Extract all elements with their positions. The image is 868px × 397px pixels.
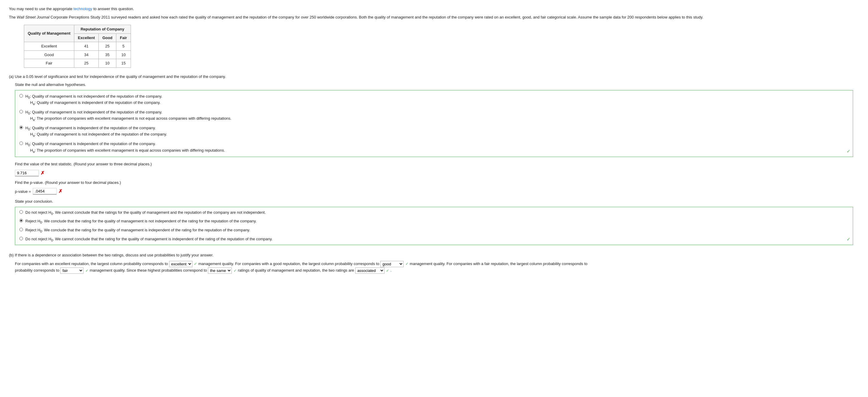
radio-dot xyxy=(20,219,23,222)
journal-name: Wall Street Journal xyxy=(17,15,50,20)
part-b-text-mid3: management quality. Since these highest … xyxy=(90,268,207,273)
ha-text: Ha: Quality of management is not indepen… xyxy=(25,131,848,138)
contingency-table: Quality of Management Reputation of Comp… xyxy=(24,25,131,68)
state-hypotheses-label: State the null and alternative hypothese… xyxy=(15,82,859,88)
hypothesis-text: H0: Quality of management is not indepen… xyxy=(25,93,848,106)
test-stat-row: 9.716 ✗ xyxy=(15,170,853,177)
table-row: Fair251015 xyxy=(24,59,131,68)
cell-value: 10 xyxy=(99,59,116,68)
pvalue-input[interactable]: .0454 xyxy=(33,188,57,195)
hypothesis-box: H0: Quality of management is not indepen… xyxy=(15,90,853,157)
part-a-label: (a) Use a 0.05 level of significance and… xyxy=(9,74,859,80)
col-header-good: Good xyxy=(99,33,116,42)
part-b-text-mid1: management quality. For companies with a… xyxy=(198,261,379,266)
col-header-excellent: Excellent xyxy=(74,33,99,42)
conclusion-text: Reject H0. We conclude that the rating f… xyxy=(25,219,256,223)
dropdown-good-management[interactable]: excellentgoodfair xyxy=(380,261,404,267)
h0-text: H0: Quality of management is not indepen… xyxy=(25,93,848,100)
part-b-label: (b) If there is a dependence or associat… xyxy=(9,252,859,258)
radio-dot xyxy=(20,126,23,129)
conclusion-label: State your conclusion. xyxy=(15,198,859,204)
radio-dot xyxy=(20,141,23,145)
conclusion-option-0[interactable]: Do not reject H0. We cannot conclude tha… xyxy=(20,209,848,216)
radio-dot xyxy=(20,210,23,214)
hypothesis-option-2[interactable]: H0: Quality of management is independent… xyxy=(20,125,848,138)
row-label: Excellent xyxy=(24,42,74,51)
hypothesis-option-3[interactable]: H0: Quality of management is independent… xyxy=(20,141,848,154)
cell-value: 41 xyxy=(74,42,99,51)
test-stat-label: Find the value of the test statistic. (R… xyxy=(15,161,859,167)
hypothesis-text: H0: Quality of management is independent… xyxy=(25,125,848,138)
test-stat-x-icon: ✗ xyxy=(40,170,44,177)
cell-value: 25 xyxy=(74,59,99,68)
dropdown-excellent-management[interactable]: excellentgoodfair xyxy=(169,261,192,267)
conclusion-text: Do not reject H0. We cannot conclude tha… xyxy=(25,210,266,215)
radio-dot xyxy=(20,228,23,231)
intro-line: You may need to use the appropriate tech… xyxy=(9,6,859,12)
hypothesis-text: H0: Quality of management is not indepen… xyxy=(25,109,848,122)
row-label: Fair xyxy=(24,59,74,68)
part-b-text-start: For companies with an excellent reputati… xyxy=(15,261,168,266)
quality-header: Quality of Management xyxy=(24,25,74,42)
part-b-text-mid2: management quality. For companies with a… xyxy=(410,261,588,266)
part-b-text: For companies with an excellent reputati… xyxy=(15,261,853,274)
conclusion-box: Do not reject H0. We cannot conclude tha… xyxy=(15,207,853,245)
dd4-check-icon: ✓ xyxy=(234,268,237,273)
hypothesis-option-1[interactable]: H0: Quality of management is not indepen… xyxy=(20,109,848,122)
hypothesis-check-icon: ✓ xyxy=(846,148,850,155)
part-b-text-mid3-prefix: probability corresponds to xyxy=(15,268,60,273)
col-header-fair: Fair xyxy=(116,33,131,42)
dd1-check-icon: ✓ xyxy=(194,261,197,266)
row-label: Good xyxy=(24,51,74,59)
radio-dot xyxy=(20,237,23,240)
radio-dot xyxy=(20,110,23,113)
technology-link[interactable]: technology xyxy=(73,6,92,11)
cell-value: 10 xyxy=(116,51,131,59)
ha-text: Ha: The proportion of companies with exc… xyxy=(25,115,848,122)
part-b-section: (b) If there is a dependence or associat… xyxy=(9,252,859,274)
radio-dot xyxy=(20,94,23,97)
ha-text: Ha: The proportion of companies with exc… xyxy=(25,147,848,154)
dropdown-associated[interactable]: associatedindependentcorrelated xyxy=(355,267,384,274)
conclusion-option-3[interactable]: Do not reject H0. We cannot conclude tha… xyxy=(20,236,848,243)
part-b-text-end: . xyxy=(391,268,392,273)
reputation-header: Reputation of Company xyxy=(74,25,131,34)
conclusion-text: Do not reject H0. We cannot conclude tha… xyxy=(25,237,273,241)
cell-value: 15 xyxy=(116,59,131,68)
pvalue-x-icon: ✗ xyxy=(59,188,62,195)
h0-text: H0: Quality of management is not indepen… xyxy=(25,109,848,116)
test-stat-input[interactable]: 9.716 xyxy=(15,170,39,176)
hypothesis-text: H0: Quality of management is independent… xyxy=(25,141,848,154)
part-b-text-mid4: ratings of quality of management and rep… xyxy=(238,268,354,273)
ha-text: Ha: Quality of management is independent… xyxy=(25,100,848,106)
table-row: Excellent41255 xyxy=(24,42,131,51)
pvalue-label: Find the p-value. (Round your answer to … xyxy=(15,180,859,186)
dd3-check-icon: ✓ xyxy=(85,268,89,273)
h0-text: H0: Quality of management is independent… xyxy=(25,141,848,147)
dropdown-same[interactable]: the samedifferentsimilar xyxy=(208,267,232,274)
conclusion-option-1[interactable]: Reject H0. We conclude that the rating f… xyxy=(20,218,848,225)
table-row: Good343510 xyxy=(24,51,131,59)
dd5-check-icon: ✓ xyxy=(386,268,389,273)
cell-value: 25 xyxy=(99,42,116,51)
cell-value: 35 xyxy=(99,51,116,59)
conclusion-text: Reject H0. We conclude that the rating f… xyxy=(25,228,250,232)
h0-text: H0: Quality of management is independent… xyxy=(25,125,848,132)
pvalue-row: p-value = .0454 ✗ xyxy=(15,188,853,195)
dropdown-fair-management[interactable]: excellentgoodfair xyxy=(60,267,84,274)
dd2-check-icon: ✓ xyxy=(405,261,409,266)
conclusion-check-icon: ✓ xyxy=(846,236,850,243)
pvalue-prefix: p-value = xyxy=(15,189,31,195)
hypothesis-option-0[interactable]: H0: Quality of management is not indepen… xyxy=(20,93,848,106)
cell-value: 5 xyxy=(116,42,131,51)
conclusion-option-2[interactable]: Reject H0. We conclude that the rating f… xyxy=(20,227,848,234)
data-table-wrapper: Quality of Management Reputation of Comp… xyxy=(24,25,859,68)
cell-value: 34 xyxy=(74,51,99,59)
study-description: The Wall Street Journal Corporate Percep… xyxy=(9,14,859,20)
